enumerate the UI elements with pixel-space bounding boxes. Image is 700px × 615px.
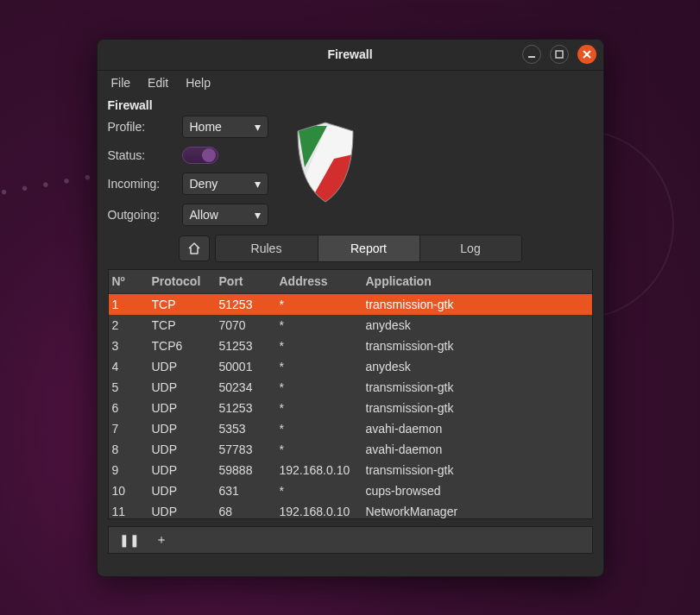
table-header: Nº Protocol Port Address Application: [109, 270, 592, 294]
window-controls: [522, 45, 596, 64]
pause-icon: ❚❚: [119, 533, 140, 547]
cell-protocol: UDP: [152, 422, 219, 436]
table-row[interactable]: 7UDP5353*avahi-daemon: [109, 418, 592, 439]
cell-address: *: [280, 360, 366, 373]
cell-n: 10: [112, 484, 152, 498]
minimize-button[interactable]: [522, 45, 541, 64]
tab-row: Rules Report Log: [98, 231, 603, 269]
incoming-dropdown[interactable]: Deny ▾: [182, 173, 268, 195]
cell-n: 11: [112, 505, 152, 518]
table-row[interactable]: 1TCP51253*transmission-gtk: [109, 294, 592, 315]
col-protocol[interactable]: Protocol: [152, 274, 219, 288]
close-icon: [583, 50, 591, 59]
cell-address: *: [280, 318, 366, 332]
settings-area: Profile: Home ▾ Status: Incoming: Deny ▾…: [98, 114, 603, 231]
minimize-icon: [527, 50, 536, 59]
table-row[interactable]: 10UDP631*cups-browsed: [109, 480, 592, 501]
cell-port: 631: [219, 484, 280, 498]
cell-app: avahi-daemon: [366, 422, 589, 436]
cell-port: 51253: [219, 339, 280, 353]
table-body: 1TCP51253*transmission-gtk2TCP7070*anyde…: [109, 294, 592, 519]
cell-protocol: TCP: [152, 318, 219, 332]
chevron-down-icon: ▾: [255, 120, 261, 134]
cell-protocol: UDP: [152, 401, 219, 415]
tab-group: Rules Report Log: [215, 235, 522, 262]
toggle-knob: [202, 148, 216, 162]
chevron-down-icon: ▾: [255, 208, 261, 222]
cell-protocol: UDP: [152, 442, 219, 456]
cell-app: anydesk: [366, 318, 589, 332]
table-row[interactable]: 2TCP7070*anydesk: [109, 315, 592, 336]
cell-port: 68: [219, 505, 280, 518]
col-num[interactable]: Nº: [112, 274, 152, 288]
cell-app: NetworkManager: [366, 505, 589, 518]
maximize-button[interactable]: [550, 45, 569, 64]
cell-n: 8: [112, 442, 152, 456]
close-button[interactable]: [577, 45, 596, 64]
cell-app: transmission-gtk: [366, 463, 589, 477]
cell-app: avahi-daemon: [366, 442, 589, 456]
cell-app: transmission-gtk: [366, 339, 589, 353]
status-label: Status:: [108, 148, 182, 162]
cell-app: cups-browsed: [366, 484, 589, 498]
cell-port: 59888: [219, 463, 280, 477]
home-button[interactable]: [179, 235, 210, 261]
cell-n: 3: [112, 339, 152, 353]
col-application[interactable]: Application: [366, 274, 589, 288]
cell-port: 51253: [219, 298, 280, 311]
cell-protocol: UDP: [152, 360, 219, 373]
table-row[interactable]: 6UDP51253*transmission-gtk: [109, 398, 592, 418]
svg-rect-1: [556, 51, 563, 58]
cell-port: 50001: [219, 360, 280, 373]
cell-port: 51253: [219, 401, 280, 415]
cell-port: 57783: [219, 442, 280, 456]
cell-n: 2: [112, 318, 152, 332]
pause-button[interactable]: ❚❚: [119, 533, 140, 547]
incoming-value: Deny: [190, 177, 218, 191]
maximize-icon: [555, 50, 564, 59]
cell-app: transmission-gtk: [366, 298, 589, 311]
status-toggle[interactable]: [182, 147, 218, 164]
col-port[interactable]: Port: [219, 274, 280, 288]
table-row[interactable]: 9UDP59888192.168.0.10transmission-gtk: [109, 460, 592, 480]
menu-edit[interactable]: Edit: [141, 73, 175, 92]
cell-address: *: [280, 339, 366, 353]
window-title: Firewall: [327, 47, 372, 61]
cell-protocol: TCP: [152, 298, 219, 311]
cell-app: transmission-gtk: [366, 401, 589, 415]
cell-port: 5353: [219, 422, 280, 436]
cell-protocol: UDP: [152, 505, 219, 518]
section-heading: Firewall: [98, 95, 603, 114]
menu-file[interactable]: File: [104, 73, 138, 92]
cell-port: 50234: [219, 380, 280, 394]
menu-help[interactable]: Help: [179, 73, 218, 92]
cell-address: *: [280, 298, 366, 311]
plus-icon: ＋: [155, 532, 167, 546]
table-row[interactable]: 8UDP57783*avahi-daemon: [109, 439, 592, 460]
tab-log[interactable]: Log: [419, 235, 521, 261]
outgoing-label: Outgoing:: [108, 208, 182, 222]
outgoing-dropdown[interactable]: Allow ▾: [182, 204, 268, 226]
tab-report[interactable]: Report: [318, 235, 419, 261]
cell-app: anydesk: [366, 360, 589, 373]
cell-address: *: [280, 380, 366, 394]
table-row[interactable]: 3TCP651253*transmission-gtk: [109, 336, 592, 356]
table-row[interactable]: 11UDP68192.168.0.10NetworkManager: [109, 501, 592, 519]
profile-dropdown[interactable]: Home ▾: [182, 116, 268, 138]
shield-icon: [289, 119, 362, 205]
outgoing-value: Allow: [190, 208, 218, 222]
cell-protocol: UDP: [152, 463, 219, 477]
titlebar: Firewall: [98, 40, 603, 71]
cell-address: *: [280, 484, 366, 498]
table-row[interactable]: 5UDP50234*transmission-gtk: [109, 377, 592, 398]
cell-port: 7070: [219, 318, 280, 332]
table-row[interactable]: 4UDP50001*anydesk: [109, 356, 592, 377]
col-address[interactable]: Address: [280, 274, 366, 288]
firewall-window: Firewall File Edit Help Firewall Profile…: [97, 39, 604, 577]
profile-value: Home: [190, 120, 222, 134]
cell-address: 192.168.0.10: [280, 463, 366, 477]
tab-rules[interactable]: Rules: [216, 235, 318, 261]
home-icon: [187, 242, 201, 255]
add-button[interactable]: ＋: [155, 532, 167, 548]
cell-protocol: UDP: [152, 380, 219, 394]
